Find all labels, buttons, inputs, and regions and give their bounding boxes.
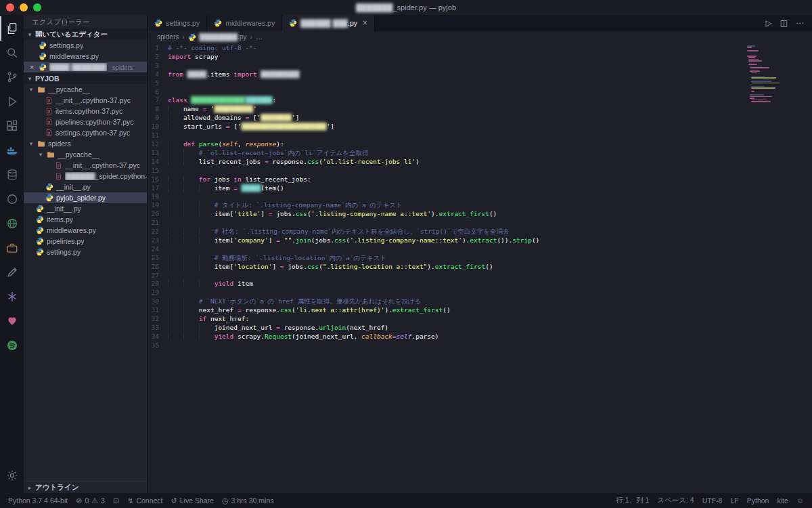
breadcrumb-item[interactable]: ████████.py (200, 33, 247, 41)
status-problems[interactable]: ⊘0⚠3 (72, 496, 109, 505)
status-kite[interactable]: kite (773, 496, 792, 505)
activity-search[interactable] (0, 41, 24, 65)
code-line[interactable]: 5 (148, 79, 812, 88)
code-line[interactable]: 3 (148, 62, 812, 70)
status-live-share[interactable]: ↺Live Share (166, 496, 217, 505)
breadcrumb-item[interactable]: spiders (157, 33, 179, 41)
open-editor-item[interactable]: ×████ ███████spiders (24, 62, 147, 72)
code-line[interactable]: 12 def parse(self, response): (148, 140, 812, 149)
code-line[interactable]: 18 (148, 192, 812, 201)
code-line[interactable]: 13 # `ol.list-recent-jobs`内の`li`アイテムを全取得 (148, 149, 812, 158)
activity-browser-preview[interactable] (0, 211, 24, 236)
code-line[interactable]: 24 (148, 245, 812, 254)
status-time-tracker[interactable]: ◷3 hrs 30 mins (218, 496, 278, 505)
code-line[interactable]: 33 joined_next_url = response.urljoin(ne… (148, 324, 812, 333)
tree-item[interactable]: settings.cpython-37.pyc (24, 127, 147, 138)
tree-item[interactable]: __init__.cpython-37.pyc (24, 95, 147, 106)
activity-project-manager[interactable] (0, 236, 24, 260)
activity-run-and-debug[interactable] (0, 89, 24, 114)
code-line[interactable]: 21 (148, 219, 812, 228)
tree-item[interactable]: middlewares.py (24, 225, 147, 236)
close-window-button[interactable] (6, 3, 14, 12)
code-line[interactable]: 22 # 社名: `.listing-company-name`内のテキスト群を… (148, 228, 812, 236)
more-actions-button[interactable]: ⋯ (796, 18, 804, 28)
code-line[interactable]: 35 (148, 341, 812, 350)
tree-item[interactable]: pipelines.py (24, 236, 147, 247)
zoom-window-button[interactable] (33, 3, 41, 12)
run-button[interactable]: ▷ (765, 18, 771, 28)
tree-item[interactable]: ▾__pycache__ (24, 149, 147, 160)
code-line[interactable]: 28 yield item (148, 280, 812, 289)
code-line[interactable]: 2import scrapy (148, 53, 812, 62)
minimap[interactable] (747, 45, 807, 104)
activity-gitlens[interactable] (0, 284, 24, 309)
tab[interactable]: middlewares.py (207, 15, 282, 31)
code-line[interactable]: 15 (148, 167, 812, 175)
status-eol[interactable]: LF (726, 496, 742, 505)
activity-remote[interactable] (0, 187, 24, 211)
tree-item[interactable]: pyjob_spider.py (24, 192, 147, 203)
code-line[interactable]: 19 # タイトル: `.listing-company-name`内の`a`の… (148, 201, 812, 210)
status-indentation[interactable]: スペース: 4 (653, 496, 698, 505)
tab[interactable]: settings.py (148, 15, 207, 31)
code-line[interactable]: 26 item['location'] = jobs.css(".listing… (148, 263, 812, 272)
code-line[interactable]: 27 (148, 272, 812, 280)
activity-database[interactable] (0, 163, 24, 187)
status-feedback[interactable]: ☺ (792, 496, 808, 505)
code-line[interactable]: 9 allowed_domains = ['████████'] (148, 114, 812, 123)
open-editor-item[interactable]: middlewares.py (24, 51, 147, 62)
activity-source-control[interactable] (0, 65, 24, 89)
close-tab-icon[interactable]: × (363, 18, 367, 28)
code-area[interactable]: 1# -*- coding: utf-8 -*-2import scrapy34… (148, 43, 812, 493)
code-line[interactable]: 23 item['company'] = "".join(jobs.css('.… (148, 236, 812, 245)
code-line[interactable]: 11 (148, 131, 812, 140)
tree-item[interactable]: __init__.py (24, 203, 147, 214)
tree-item[interactable]: pipelines.cpython-37.pyc (24, 117, 147, 127)
code-line[interactable]: 4from █████.items import ██████████ (148, 70, 812, 79)
code-line[interactable]: 1# -*- coding: utf-8 -*- (148, 44, 812, 53)
open-editor-item[interactable]: settings.py (24, 40, 147, 51)
tree-item[interactable]: settings.py (24, 247, 147, 257)
code-line[interactable]: 30 # `NEXT`ボタンの`a`の`href`属性を取得、遷移先があればそれ… (148, 297, 812, 306)
tab[interactable]: ██████ ███.py× (282, 15, 375, 31)
tree-item[interactable]: ██████_spider.cpython-37.pyc (24, 171, 147, 182)
code-line[interactable]: 17 item = █████Item() (148, 184, 812, 193)
tree-item[interactable]: items.cpython-37.pyc (24, 106, 147, 117)
split-editor-button[interactable]: ◫ (780, 18, 788, 28)
code-line[interactable]: 31 next_href = response.css('li.next a::… (148, 306, 812, 315)
status-cursor-position[interactable]: 行 1、列 1 (612, 496, 653, 505)
activity-extensions[interactable] (0, 114, 24, 138)
open-editors-header[interactable]: ▾ 開いているエディター (24, 28, 147, 40)
workspace-header[interactable]: ▾ PYJOB (24, 72, 147, 84)
activity-codestream[interactable] (0, 309, 24, 333)
code-line[interactable]: 16 for jobs in list_recent_jobs: (148, 175, 812, 184)
code-line[interactable]: 29 (148, 289, 812, 297)
tree-item[interactable]: __init__.cpython-37.pyc (24, 160, 147, 171)
status-encoding[interactable]: UTF-8 (698, 496, 727, 505)
outline-section[interactable]: ▸ アウトライン (24, 481, 147, 493)
tree-item[interactable]: ▾spiders (24, 138, 147, 149)
code-line[interactable]: 20 item['title'] = jobs.css('.listing-co… (148, 210, 812, 219)
code-line[interactable]: 6 (148, 88, 812, 97)
activity-spotify[interactable] (0, 333, 24, 358)
code-line[interactable]: 10 start_urls = ['██████████████████████… (148, 123, 812, 131)
code-line[interactable]: 32 if next_href: (148, 315, 812, 324)
code-line[interactable]: 25 # 勤務場所: `.listing-location`内の`a`のテキスト (148, 254, 812, 263)
code-line[interactable]: 8 name = '██████████' (148, 105, 812, 114)
tree-item[interactable]: __init__.py (24, 182, 147, 192)
code-line[interactable]: 34 yield scrapy.Request(joined_next_url,… (148, 333, 812, 341)
minimize-window-button[interactable] (20, 3, 28, 12)
close-editor-icon[interactable]: × (28, 63, 36, 71)
status-connect[interactable]: ↯Connect (123, 496, 166, 505)
breadcrumb-item[interactable]: … (256, 33, 263, 41)
activity-docker[interactable] (0, 138, 24, 163)
status-language-mode[interactable]: Python (743, 496, 773, 505)
code-line[interactable]: 7class █████████████████████: (148, 96, 812, 105)
status-remote-screen[interactable]: ⊡ (109, 496, 123, 505)
status-interpreter[interactable]: Python 3.7.4 64-bit (4, 496, 72, 505)
activity-settings-gear[interactable] (0, 463, 24, 488)
tree-item[interactable]: ▾__pycache__ (24, 84, 147, 95)
activity-code-runner[interactable] (0, 260, 24, 284)
tree-item[interactable]: items.py (24, 214, 147, 225)
activity-explorer[interactable] (0, 16, 24, 41)
